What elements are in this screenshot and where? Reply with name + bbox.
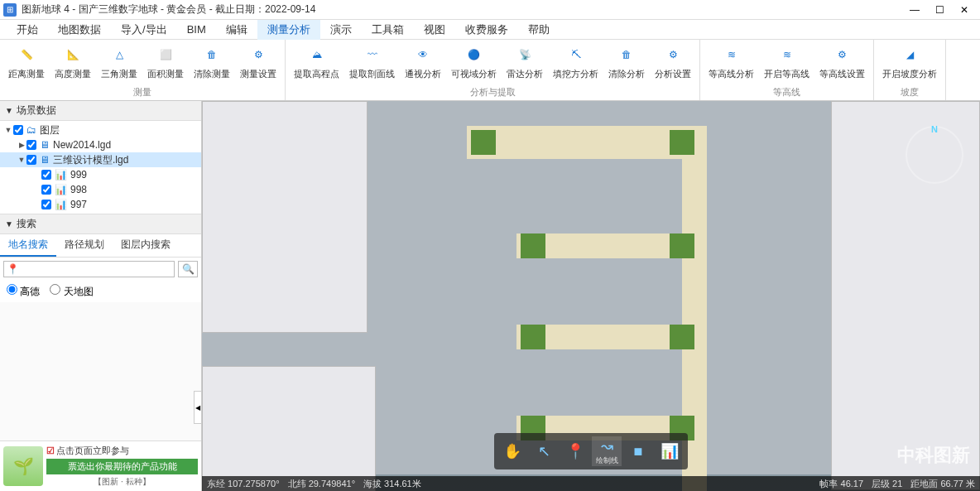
menu-bar: 开始地图数据导入/导出BIM编辑测量分析演示工具箱视图收费服务帮助 xyxy=(0,20,980,40)
pin-icon: 📍 xyxy=(7,263,19,275)
tree-row[interactable]: ▶🖥New2014.lgd xyxy=(0,137,201,152)
search-button[interactable]: 🔍 xyxy=(178,261,198,277)
menu-8[interactable]: 视图 xyxy=(414,20,455,40)
collapse-handle[interactable]: ◀ xyxy=(194,391,202,424)
maximize-button[interactable]: ☐ xyxy=(927,2,952,18)
ribbon-item[interactable]: 🗑清除分析 xyxy=(603,41,650,84)
status-fps: 帧率 46.17 xyxy=(819,478,863,490)
ribbon-icon: ≋ xyxy=(774,41,800,68)
expand-icon[interactable]: ▼ xyxy=(3,126,13,134)
pan-tool[interactable]: ✋ xyxy=(497,436,527,466)
menu-2[interactable]: 导入/导出 xyxy=(111,20,177,40)
expand-icon[interactable]: ▼ xyxy=(17,156,26,164)
ribbon-item[interactable]: ◢开启坡度分析 xyxy=(877,41,942,84)
ribbon-item[interactable]: 🗑清除测量 xyxy=(189,41,235,84)
marker-tool[interactable]: 📍 xyxy=(560,436,590,466)
select-tool[interactable]: ↖ xyxy=(529,436,559,466)
compass-icon[interactable] xyxy=(906,126,963,184)
ribbon-item[interactable]: ⛏填挖方分析 xyxy=(548,41,603,84)
menu-5[interactable]: 测量分析 xyxy=(257,20,320,40)
ribbon-item[interactable]: ⚙等高线设置 xyxy=(814,41,870,84)
ribbon-icon: 📐 xyxy=(60,41,86,68)
app-logo-icon: ⊞ xyxy=(3,3,17,17)
promo-banner[interactable]: 🌱 ☑点击页面立即参与 票选出你最期待的产品功能 【图新 · 耘种】 xyxy=(0,440,201,491)
draw-line-tool[interactable]: ↝绘制线 xyxy=(592,436,622,466)
ribbon-icon: ⛏ xyxy=(563,41,589,68)
tree-row[interactable]: 📊998 xyxy=(0,182,201,197)
menu-10[interactable]: 帮助 xyxy=(518,20,560,40)
close-button[interactable]: ✕ xyxy=(952,2,977,18)
ribbon-icon: 📡 xyxy=(512,41,538,68)
search-input[interactable] xyxy=(3,261,175,277)
ribbon-item[interactable]: 📐高度测量 xyxy=(50,41,96,84)
ribbon-icon: 📏 xyxy=(13,41,40,68)
menu-4[interactable]: 编辑 xyxy=(216,20,257,40)
ribbon-item[interactable]: ⛰提取高程点 xyxy=(289,41,344,84)
ribbon-icon: ◢ xyxy=(896,41,923,68)
menu-1[interactable]: 地图数据 xyxy=(48,20,111,40)
menu-9[interactable]: 收费服务 xyxy=(455,20,518,40)
provider-radios: 高德 天地图 xyxy=(0,281,201,302)
ribbon-item[interactable]: ⬜面积测量 xyxy=(142,41,189,84)
search-tab[interactable]: 图层内搜索 xyxy=(113,234,179,257)
ribbon-icon: 🔵 xyxy=(461,41,488,68)
title-bar: ⊞ 图新地球 4 - 国产三维数字地球 - 黄金会员 - 截止日期：2022-0… xyxy=(0,0,980,20)
ribbon-icon: 〰 xyxy=(359,41,386,68)
bar-icon: 📊 xyxy=(55,184,67,195)
ribbon-item[interactable]: 〰提取剖面线 xyxy=(344,41,400,84)
menu-0[interactable]: 开始 xyxy=(7,20,48,40)
ribbon-item[interactable]: △三角测量 xyxy=(96,41,142,84)
layer-checkbox[interactable] xyxy=(13,125,23,135)
3d-viewport[interactable]: ✋ ↖ 📍 ↝绘制线 ■ 📊 中科图新 东经 107.275870° 北纬 29… xyxy=(202,101,980,491)
ribbon-icon: △ xyxy=(106,41,132,68)
file-icon: 🖥 xyxy=(40,154,50,166)
provider-tianditu-radio[interactable] xyxy=(50,284,60,295)
tree-row[interactable]: 📊999 xyxy=(0,167,201,182)
ribbon-item[interactable]: 🔵可视域分析 xyxy=(446,41,502,84)
ribbon-icon: 🗑 xyxy=(613,41,640,68)
menu-6[interactable]: 演示 xyxy=(320,20,362,40)
layer-checkbox[interactable] xyxy=(26,140,36,150)
ribbon-icon: 👁 xyxy=(410,41,436,68)
search-tab[interactable]: 地名搜索 xyxy=(0,234,56,257)
status-alt: 海拔 314.61米 xyxy=(363,478,421,490)
ribbon-icon: ⬜ xyxy=(152,41,179,68)
ribbon-item[interactable]: 📡雷达分析 xyxy=(502,41,548,84)
layer-checkbox[interactable] xyxy=(41,200,51,209)
layer-checkbox[interactable] xyxy=(26,155,36,165)
expand-icon[interactable]: ▶ xyxy=(17,141,26,149)
ribbon-item[interactable]: 👁通视分析 xyxy=(400,41,446,84)
ribbon-item[interactable]: 📏距离测量 xyxy=(3,41,50,84)
bar-icon: 📊 xyxy=(55,199,67,210)
minimize-button[interactable]: — xyxy=(902,2,927,18)
search-tabs: 地名搜索路径规划图层内搜索 xyxy=(0,234,201,258)
ribbon-icon: ⛰ xyxy=(304,41,330,68)
ribbon-item[interactable]: ⚙测量设置 xyxy=(235,41,281,84)
scene-panel-header[interactable]: ▼场景数据 xyxy=(0,101,201,121)
rectangle-tool[interactable]: ■ xyxy=(623,436,653,466)
menu-3[interactable]: BIM xyxy=(177,20,216,40)
promo-image-icon: 🌱 xyxy=(3,446,43,486)
tree-row[interactable]: ▼🖥三维设计模型.lgd xyxy=(0,152,201,167)
tree-row[interactable]: 📊997 xyxy=(0,197,201,212)
search-panel-header[interactable]: ▼搜索 xyxy=(0,214,201,234)
ribbon-icon: ⚙ xyxy=(829,41,856,68)
ribbon-item[interactable]: ≋等高线分析 xyxy=(704,41,759,84)
ribbon-item[interactable]: ⚙分析设置 xyxy=(650,41,696,84)
layer-checkbox[interactable] xyxy=(41,185,51,195)
ribbon-group: ◢开启坡度分析坡度 xyxy=(874,40,946,100)
tree-row[interactable]: ▼🗂图层 xyxy=(0,123,201,137)
measure-tool[interactable]: 📊 xyxy=(655,436,685,466)
search-tab[interactable]: 路径规划 xyxy=(56,234,113,257)
ribbon-group: ≋等高线分析≋开启等高线⚙等高线设置等高线 xyxy=(700,40,874,100)
status-eye: 距地面 66.77 米 xyxy=(910,478,975,490)
ribbon-icon: 🗑 xyxy=(199,41,225,68)
viewport-toolbar: ✋ ↖ 📍 ↝绘制线 ■ 📊 xyxy=(494,433,688,469)
menu-7[interactable]: 工具箱 xyxy=(362,20,414,40)
layers-icon: 🗂 xyxy=(26,124,36,136)
layer-checkbox[interactable] xyxy=(41,170,51,180)
ribbon-item[interactable]: ≋开启等高线 xyxy=(759,41,814,84)
ribbon-icon: ⚙ xyxy=(660,41,686,68)
status-level: 层级 21 xyxy=(872,478,902,490)
provider-gaode-radio[interactable] xyxy=(7,284,17,295)
